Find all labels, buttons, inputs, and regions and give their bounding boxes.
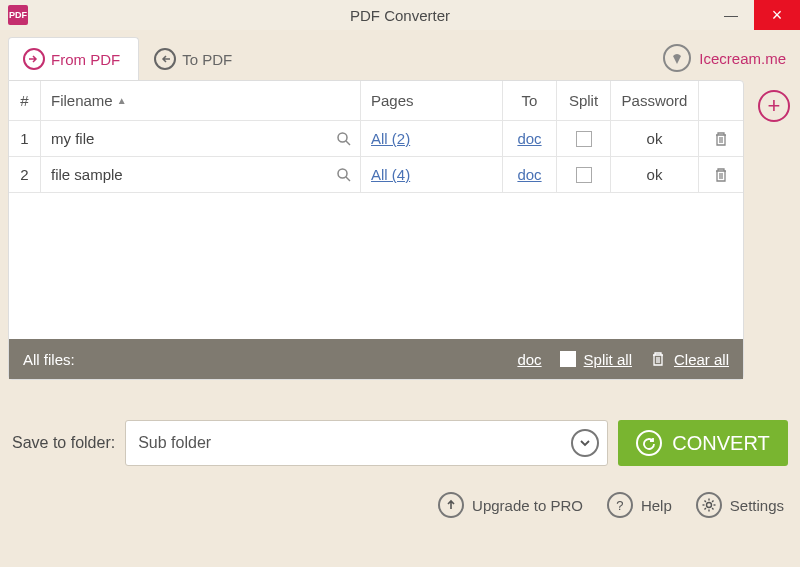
window-title: PDF Converter bbox=[350, 7, 450, 24]
row-filename: file sample bbox=[41, 157, 361, 192]
sort-asc-icon: ▲ bbox=[117, 95, 127, 106]
tab-from-pdf-label: From PDF bbox=[51, 51, 120, 68]
gear-icon bbox=[696, 492, 722, 518]
save-folder-label: Save to folder: bbox=[12, 434, 115, 452]
trash-icon[interactable] bbox=[713, 131, 729, 147]
header-split[interactable]: Split bbox=[557, 81, 611, 120]
split-checkbox[interactable] bbox=[576, 167, 592, 183]
clear-all-link[interactable]: Clear all bbox=[674, 351, 729, 368]
save-folder-input[interactable]: Sub folder bbox=[125, 420, 608, 466]
bottom-row: Upgrade to PRO ? Help Settings bbox=[0, 492, 800, 518]
split-all-checkbox[interactable] bbox=[560, 351, 576, 367]
convert-label: CONVERT bbox=[672, 432, 769, 455]
file-table-panel: # Filename ▲ Pages To Split Password 1 m… bbox=[8, 80, 744, 380]
preview-icon[interactable] bbox=[336, 131, 352, 147]
close-button[interactable]: × bbox=[754, 0, 800, 30]
svg-line-9 bbox=[704, 501, 705, 502]
trash-icon[interactable] bbox=[713, 167, 729, 183]
header-delete bbox=[699, 81, 743, 120]
svg-line-3 bbox=[346, 177, 350, 181]
format-link[interactable]: doc bbox=[517, 130, 541, 147]
split-all-link[interactable]: Split all bbox=[584, 351, 632, 368]
split-checkbox[interactable] bbox=[576, 131, 592, 147]
settings-link[interactable]: Settings bbox=[696, 492, 784, 518]
svg-line-11 bbox=[704, 508, 705, 509]
trash-icon bbox=[650, 351, 666, 367]
header-num[interactable]: # bbox=[9, 81, 41, 120]
from-pdf-icon bbox=[23, 48, 45, 70]
svg-point-4 bbox=[706, 503, 711, 508]
titlebar: PDF PDF Converter — × bbox=[0, 0, 800, 30]
tabs-row: From PDF To PDF Icecream.me bbox=[0, 30, 800, 80]
tab-to-pdf[interactable]: To PDF bbox=[139, 37, 251, 80]
svg-line-12 bbox=[712, 501, 713, 502]
svg-line-1 bbox=[346, 141, 350, 145]
row-filename: my file bbox=[41, 121, 361, 156]
row-number: 2 bbox=[9, 157, 41, 192]
svg-point-0 bbox=[338, 133, 347, 142]
header-to[interactable]: To bbox=[503, 81, 557, 120]
header-pages[interactable]: Pages bbox=[361, 81, 503, 120]
save-row: Save to folder: Sub folder CONVERT bbox=[0, 420, 800, 466]
table-row: 1 my file All (2) doc ok bbox=[9, 121, 743, 157]
convert-icon bbox=[636, 430, 662, 456]
panel-footer: All files: doc Split all Clear all bbox=[9, 339, 743, 379]
icecream-icon bbox=[663, 44, 691, 72]
minimize-button[interactable]: — bbox=[708, 0, 754, 30]
table-header: # Filename ▲ Pages To Split Password bbox=[9, 81, 743, 121]
format-link[interactable]: doc bbox=[517, 166, 541, 183]
password-status: ok bbox=[611, 157, 699, 192]
all-files-label: All files: bbox=[23, 351, 75, 368]
row-number: 1 bbox=[9, 121, 41, 156]
svg-point-2 bbox=[338, 169, 347, 178]
svg-line-10 bbox=[712, 508, 713, 509]
table-row: 2 file sample All (4) doc ok bbox=[9, 157, 743, 193]
add-file-button[interactable]: + bbox=[758, 90, 790, 122]
header-filename[interactable]: Filename ▲ bbox=[41, 81, 361, 120]
help-link[interactable]: ? Help bbox=[607, 492, 672, 518]
tab-from-pdf[interactable]: From PDF bbox=[8, 37, 139, 80]
convert-button[interactable]: CONVERT bbox=[618, 420, 788, 466]
to-pdf-icon bbox=[154, 48, 176, 70]
help-icon: ? bbox=[607, 492, 633, 518]
save-folder-value: Sub folder bbox=[138, 434, 211, 452]
tab-to-pdf-label: To PDF bbox=[182, 51, 232, 68]
preview-icon[interactable] bbox=[336, 167, 352, 183]
all-format-link[interactable]: doc bbox=[517, 351, 541, 368]
header-password[interactable]: Password bbox=[611, 81, 699, 120]
upgrade-icon bbox=[438, 492, 464, 518]
password-status: ok bbox=[611, 121, 699, 156]
pages-link[interactable]: All (4) bbox=[371, 166, 410, 183]
brand-label: Icecream.me bbox=[699, 50, 786, 67]
app-logo: PDF bbox=[8, 5, 28, 25]
upgrade-link[interactable]: Upgrade to PRO bbox=[438, 492, 583, 518]
folder-dropdown-icon[interactable] bbox=[571, 429, 599, 457]
window-controls: — × bbox=[708, 0, 800, 30]
pages-link[interactable]: All (2) bbox=[371, 130, 410, 147]
brand-link[interactable]: Icecream.me bbox=[663, 44, 786, 80]
